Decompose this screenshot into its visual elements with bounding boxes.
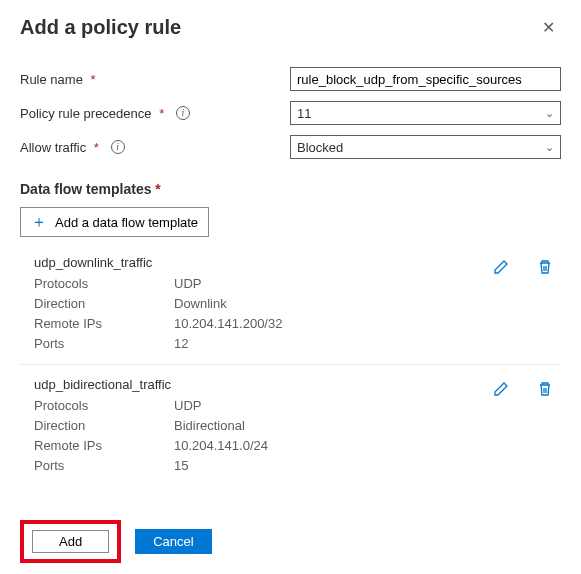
edit-icon[interactable]: [493, 381, 509, 397]
plus-icon: ＋: [31, 214, 47, 230]
info-icon[interactable]: i: [176, 106, 190, 120]
kv-value: 12: [174, 334, 188, 354]
panel-title: Add a policy rule: [20, 16, 181, 39]
edit-icon[interactable]: [493, 259, 509, 275]
kv-key: Ports: [34, 334, 174, 354]
cancel-button[interactable]: Cancel: [135, 529, 211, 554]
precedence-label: Policy rule precedence * i: [20, 106, 290, 121]
allow-traffic-label: Allow traffic * i: [20, 140, 290, 155]
data-flow-templates-heading: Data flow templates *: [20, 181, 561, 197]
kv-value: 15: [174, 456, 188, 476]
allow-traffic-select[interactable]: Blocked ⌄: [290, 135, 561, 159]
kv-key: Direction: [34, 416, 174, 436]
add-template-label: Add a data flow template: [55, 215, 198, 230]
kv-value: Downlink: [174, 294, 227, 314]
template-name: udp_downlink_traffic: [34, 255, 561, 270]
data-flow-template: udp_bidirectional_traffic ProtocolsUDP D…: [20, 364, 561, 486]
add-data-flow-template-button[interactable]: ＋ Add a data flow template: [20, 207, 209, 237]
precedence-select[interactable]: 11 ⌄: [290, 101, 561, 125]
allow-traffic-value: Blocked: [297, 140, 343, 155]
info-icon[interactable]: i: [111, 140, 125, 154]
kv-value: UDP: [174, 396, 201, 416]
highlight-annotation: Add: [20, 520, 121, 563]
kv-value: 10.204.141.0/24: [174, 436, 268, 456]
kv-key: Protocols: [34, 274, 174, 294]
kv-key: Protocols: [34, 396, 174, 416]
chevron-down-icon: ⌄: [545, 141, 554, 154]
close-icon[interactable]: ✕: [536, 16, 561, 39]
template-name: udp_bidirectional_traffic: [34, 377, 561, 392]
add-button[interactable]: Add: [32, 530, 109, 553]
chevron-down-icon: ⌄: [545, 107, 554, 120]
kv-key: Remote IPs: [34, 436, 174, 456]
kv-value: 10.204.141.200/32: [174, 314, 282, 334]
rule-name-label: Rule name *: [20, 72, 290, 87]
rule-name-input[interactable]: [290, 67, 561, 91]
data-flow-template: udp_downlink_traffic ProtocolsUDP Direct…: [20, 251, 561, 364]
precedence-value: 11: [297, 106, 311, 121]
delete-icon[interactable]: [537, 259, 553, 275]
kv-key: Remote IPs: [34, 314, 174, 334]
kv-key: Ports: [34, 456, 174, 476]
kv-value: UDP: [174, 274, 201, 294]
delete-icon[interactable]: [537, 381, 553, 397]
kv-key: Direction: [34, 294, 174, 314]
kv-value: Bidirectional: [174, 416, 245, 436]
